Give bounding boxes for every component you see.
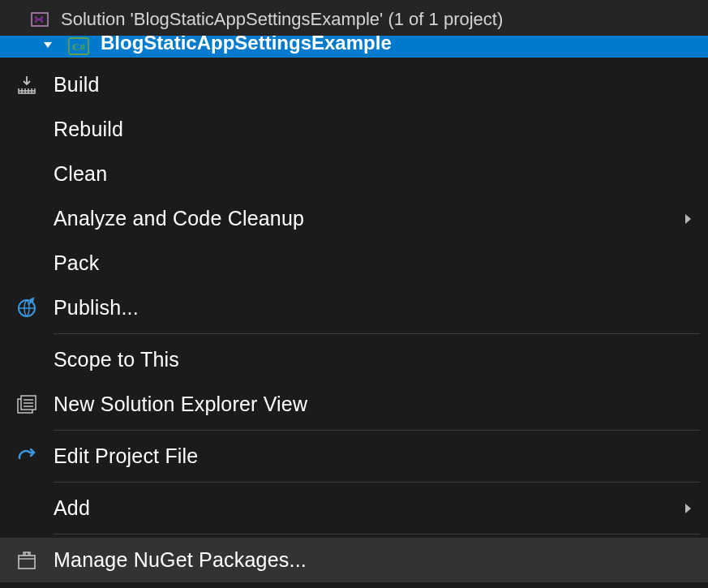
project-row[interactable]: C# BlogStaticAppSettingsExample <box>0 36 708 58</box>
build-icon <box>0 74 54 97</box>
csharp-project-icon: C# <box>68 37 89 58</box>
menu-analyze-label: Analyze and Code Cleanup <box>54 207 667 230</box>
solution-label: Solution 'BlogStaticAppSettingsExample' … <box>61 9 503 30</box>
menu-build[interactable]: Build <box>0 62 708 107</box>
redo-icon <box>0 445 54 468</box>
menu-nuget[interactable]: Manage NuGet Packages... <box>0 538 708 582</box>
visual-studio-solution-icon <box>28 10 51 29</box>
svg-rect-5 <box>19 556 35 569</box>
chevron-right-icon <box>667 504 708 513</box>
menu-scope[interactable]: Scope to This <box>0 337 708 382</box>
menu-publish-label: Publish... <box>54 296 667 320</box>
solution-row[interactable]: Solution 'BlogStaticAppSettingsExample' … <box>0 3 708 36</box>
project-context-menu: Build Rebuild Clean Analyze and Code Cle… <box>0 58 708 582</box>
menu-build-label: Build <box>54 73 667 97</box>
menu-publish[interactable]: Publish... <box>0 285 708 330</box>
menu-scope-label: Scope to This <box>54 348 667 371</box>
menu-edit-project[interactable]: Edit Project File <box>0 434 708 479</box>
menu-add[interactable]: Add <box>0 486 708 530</box>
menu-add-label: Add <box>54 496 667 520</box>
chevron-right-icon <box>667 214 708 224</box>
menu-separator <box>54 534 700 534</box>
publish-icon <box>0 297 54 320</box>
menu-new-view[interactable]: New Solution Explorer View <box>0 382 708 427</box>
svg-text:C#: C# <box>72 41 85 53</box>
chevron-down-icon <box>42 39 54 53</box>
menu-rebuild-label: Rebuild <box>54 118 667 141</box>
menu-rebuild[interactable]: Rebuild <box>0 107 708 152</box>
menu-clean[interactable]: Clean <box>0 152 708 196</box>
project-name: BlogStaticAppSettingsExample <box>101 36 392 54</box>
menu-separator <box>54 333 700 334</box>
menu-clean-label: Clean <box>54 162 667 186</box>
solution-explorer-panel: Solution 'BlogStaticAppSettingsExample' … <box>0 0 708 62</box>
menu-nuget-label: Manage NuGet Packages... <box>54 548 667 572</box>
menu-analyze[interactable]: Analyze and Code Cleanup <box>0 196 708 241</box>
menu-new-view-label: New Solution Explorer View <box>54 393 667 416</box>
new-view-icon <box>0 393 54 416</box>
menu-separator <box>54 482 700 483</box>
menu-pack-label: Pack <box>54 251 667 275</box>
menu-edit-project-label: Edit Project File <box>54 444 667 468</box>
nuget-package-icon <box>0 549 54 572</box>
menu-pack[interactable]: Pack <box>0 241 708 285</box>
menu-separator <box>54 430 700 431</box>
